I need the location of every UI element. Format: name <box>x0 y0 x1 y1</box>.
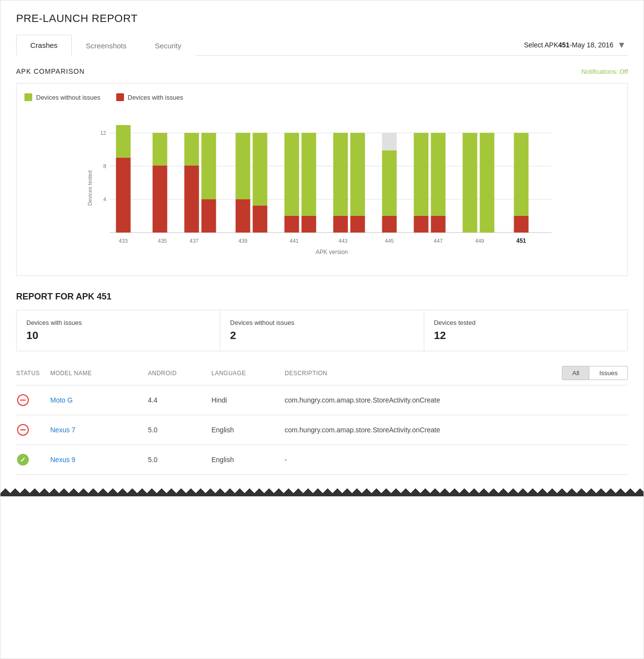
tab-crashes[interactable]: Crashes <box>16 35 72 56</box>
bar-437b-without <box>202 133 216 199</box>
apk-selector[interactable]: Select APK 451 - May 18, 2016 ▼ <box>522 36 628 54</box>
x-label-449: 449 <box>475 238 484 244</box>
legend-dot-with <box>116 93 124 101</box>
bar-435-without <box>153 133 167 166</box>
row-1-model: Moto G <box>50 396 148 404</box>
table-header: STATUS MODEL NAME ANDROID LANGUAGE DESCR… <box>16 361 628 385</box>
x-label-441: 441 <box>290 238 298 244</box>
bar-chart: Devices tested 12 8 4 <box>24 110 620 268</box>
filter-buttons: All Issues <box>562 366 628 380</box>
table-row: Nexus 7 5.0 English com.hungry.com.amap.… <box>16 415 628 445</box>
stat-card-tested: Devices tested 12 <box>424 310 627 351</box>
bar-441a-without <box>285 133 299 216</box>
bar-437a-without <box>185 133 199 166</box>
bar-433-without <box>116 125 131 158</box>
row-2-android: 5.0 <box>148 426 211 434</box>
row-2-status <box>16 423 50 437</box>
bar-439-without <box>236 133 250 199</box>
x-label-447: 447 <box>434 238 442 244</box>
stat-value-without: 2 <box>230 329 414 342</box>
col-header-android: ANDROID <box>148 370 211 377</box>
x-label-439: 439 <box>238 238 247 244</box>
chart-legend: Devices without issues Devices with issu… <box>24 93 620 101</box>
error-icon-1 <box>16 393 30 407</box>
x-axis-label: APK version <box>315 249 348 255</box>
bar-447b-with <box>431 216 446 233</box>
row-3-language: English <box>211 456 285 464</box>
apk-selector-date: May 18, 2016 <box>572 41 613 49</box>
row-1-android: 4.4 <box>148 396 211 404</box>
model-link-nexus-7[interactable]: Nexus 7 <box>50 426 75 434</box>
table-row: Nexus 9 5.0 English - <box>16 445 628 475</box>
y-tick-4: 4 <box>103 196 106 202</box>
stat-card-without: Devices without issues 2 <box>220 310 424 351</box>
bar-441b-without <box>302 133 316 216</box>
filter-issues-button[interactable]: Issues <box>589 366 628 380</box>
bar-435-with <box>153 166 167 233</box>
apk-comparison-title: APK COMPARISON <box>16 67 85 75</box>
report-title: REPORT FOR APK 451 <box>16 292 628 302</box>
filter-all-button[interactable]: All <box>562 366 589 380</box>
bar-445-gray <box>382 133 397 150</box>
bar-439b-with <box>253 206 268 233</box>
bar-445-with <box>382 216 397 233</box>
apk-selector-prefix: Select APK <box>524 41 558 49</box>
stats-cards: Devices with issues 10 Devices without i… <box>16 310 628 351</box>
apk-selector-apk: 451 <box>558 41 569 49</box>
legend-item-with: Devices with issues <box>116 93 183 101</box>
bar-433-with <box>116 158 131 233</box>
chevron-down-icon: ▼ <box>617 40 626 50</box>
model-link-nexus-9[interactable]: Nexus 9 <box>50 456 75 464</box>
bar-443b-without <box>351 133 365 216</box>
y-tick-8: 8 <box>103 163 106 169</box>
chart-svg: Devices tested 12 8 4 <box>24 110 620 266</box>
row-2-model: Nexus 7 <box>50 426 148 434</box>
stat-label-without: Devices without issues <box>230 319 414 326</box>
bar-449b-without <box>480 133 495 233</box>
stat-label-issues: Devices with issues <box>26 319 210 326</box>
page-title: PRE-LAUNCH REPORT <box>16 12 628 25</box>
row-3-status <box>16 453 50 467</box>
bar-445-without <box>382 150 397 216</box>
x-label-437: 437 <box>189 238 198 244</box>
x-label-435: 435 <box>158 238 166 244</box>
error-circle-1 <box>17 394 29 406</box>
notifications-value: Off <box>620 68 628 75</box>
row-2-description: com.hungry.com.amap.store.StoreActivity.… <box>285 426 628 434</box>
row-2-language: English <box>211 426 285 434</box>
bar-437b-with <box>202 199 216 233</box>
x-label-445: 445 <box>385 238 394 244</box>
bar-441a-with <box>285 216 299 233</box>
x-label-451: 451 <box>516 237 526 244</box>
stat-card-issues: Devices with issues 10 <box>17 310 220 351</box>
tabs-row: Crashes Screenshots Security Select APK … <box>16 35 628 56</box>
x-label-443: 443 <box>338 238 347 244</box>
col-header-language: LANGUAGE <box>211 370 285 377</box>
stat-value-tested: 12 <box>434 329 618 342</box>
table-row: Moto G 4.4 Hindi com.hungry.com.amap.sto… <box>16 385 628 415</box>
tab-security[interactable]: Security <box>141 35 195 56</box>
legend-item-without: Devices without issues <box>24 93 101 101</box>
col-header-description: DESCRIPTION <box>285 370 562 377</box>
bar-441b-with <box>302 216 316 233</box>
bar-443b-with <box>351 216 365 233</box>
bar-451-without <box>514 133 529 216</box>
tab-screenshots[interactable]: Screenshots <box>72 35 141 56</box>
stat-value-issues: 10 <box>26 329 210 342</box>
bar-439-with <box>236 199 250 233</box>
col-header-status: STATUS <box>16 370 50 377</box>
model-link-moto-g[interactable]: Moto G <box>50 396 73 404</box>
success-icon-1 <box>16 453 30 467</box>
bar-439b-without <box>253 133 268 206</box>
chart-container: Devices without issues Devices with issu… <box>16 83 628 276</box>
bar-449a-without <box>463 133 478 233</box>
x-label-433: 433 <box>119 238 127 244</box>
page-wrapper: PRE-LAUNCH REPORT Crashes Screenshots Se… <box>0 0 644 659</box>
row-1-description: com.hungry.com.amap.store.StoreActivity.… <box>285 396 628 404</box>
col-header-model: MODEL NAME <box>50 370 148 377</box>
y-axis-label: Devices tested <box>87 170 93 206</box>
report-section: REPORT FOR APK 451 Devices with issues 1… <box>16 292 628 475</box>
legend-dot-without <box>24 93 32 101</box>
row-3-model: Nexus 9 <box>50 456 148 464</box>
stat-label-tested: Devices tested <box>434 319 618 326</box>
